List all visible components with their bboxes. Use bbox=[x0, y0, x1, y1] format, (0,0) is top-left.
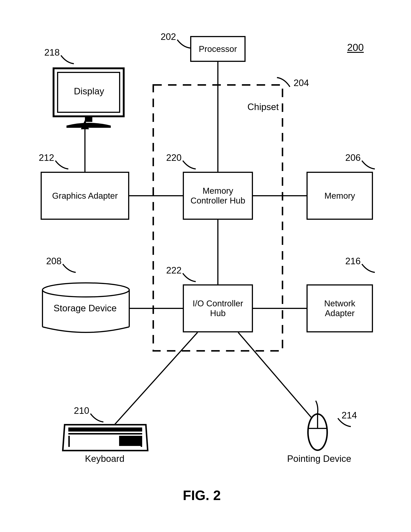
graphics-block: Graphics Adapter bbox=[41, 172, 129, 220]
keyboard-icon bbox=[63, 425, 148, 451]
processor-block: Processor bbox=[190, 36, 246, 62]
memctl-label: Memory Controller Hub bbox=[191, 186, 245, 206]
memctl-block: Memory Controller Hub bbox=[183, 172, 253, 220]
svg-rect-18 bbox=[119, 436, 141, 446]
processor-label: Processor bbox=[199, 44, 237, 54]
svg-rect-16 bbox=[68, 428, 142, 432]
display-label: Display bbox=[74, 86, 104, 96]
pointing-label: Pointing Device bbox=[287, 453, 351, 464]
svg-line-7 bbox=[115, 332, 198, 425]
ref-212: 212 bbox=[39, 152, 54, 163]
ref-214: 214 bbox=[342, 410, 357, 421]
ref-208: 208 bbox=[46, 256, 61, 266]
storage-label: Storage Device bbox=[54, 303, 117, 314]
ioctl-label: I/O Controller Hub bbox=[192, 299, 243, 318]
ref-218: 218 bbox=[44, 47, 60, 58]
svg-rect-19 bbox=[68, 436, 70, 447]
mouse-icon bbox=[308, 401, 327, 450]
svg-line-8 bbox=[238, 332, 318, 425]
keyboard-label: Keyboard bbox=[85, 453, 124, 464]
display-icon bbox=[54, 68, 124, 128]
memory-label: Memory bbox=[325, 191, 355, 201]
ref-206: 206 bbox=[345, 152, 361, 163]
network-label: Network Adapter bbox=[324, 299, 355, 318]
chipset-label: Chipset bbox=[248, 102, 279, 112]
ref-222: 222 bbox=[166, 265, 182, 276]
ref-202: 202 bbox=[161, 31, 176, 42]
ref-220: 220 bbox=[166, 152, 182, 163]
ioctl-block: I/O Controller Hub bbox=[183, 284, 253, 332]
memory-block: Memory bbox=[306, 172, 373, 220]
network-block: Network Adapter bbox=[306, 284, 373, 332]
svg-marker-10 bbox=[81, 120, 89, 129]
figure-ref-number: 200 bbox=[347, 42, 364, 53]
ref-204: 204 bbox=[294, 77, 309, 88]
diagram-canvas: Processor 202 Chipset 204 Memory Control… bbox=[0, 0, 411, 532]
svg-rect-13 bbox=[85, 116, 92, 122]
svg-rect-20 bbox=[141, 436, 142, 447]
svg-point-15 bbox=[42, 283, 129, 297]
svg-rect-17 bbox=[68, 433, 142, 435]
svg-point-21 bbox=[308, 414, 327, 450]
ref-210: 210 bbox=[74, 405, 89, 416]
figure-title: FIG. 2 bbox=[183, 487, 221, 503]
ref-216: 216 bbox=[345, 256, 361, 266]
graphics-label: Graphics Adapter bbox=[52, 191, 118, 201]
